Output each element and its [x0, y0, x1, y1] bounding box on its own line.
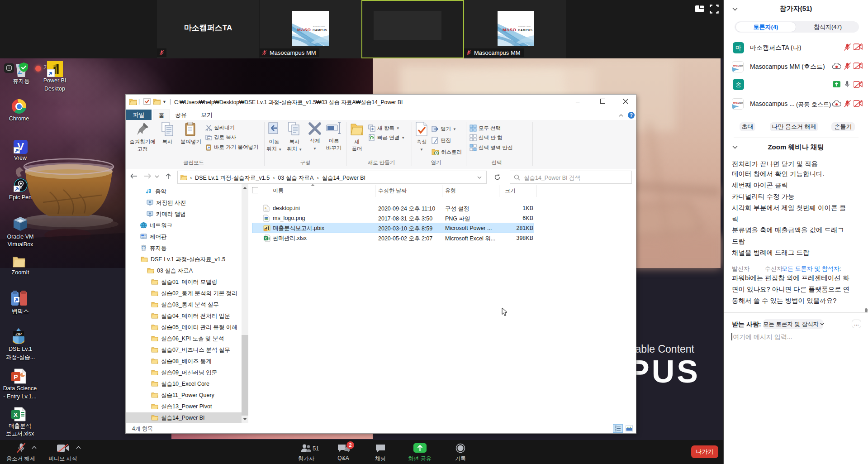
svg-text:P: P: [14, 373, 18, 381]
svg-text:ZIP: ZIP: [15, 332, 22, 336]
svg-text:MASO: MASO: [503, 27, 517, 32]
svg-text:MASO: MASO: [297, 27, 311, 32]
svg-text:Actionable Content: Actionable Content: [518, 26, 531, 28]
svg-text:Actionable Content: Actionable Content: [313, 26, 325, 28]
svg-text:CAMPUS: CAMPUS: [739, 65, 744, 67]
svg-text:X: X: [265, 236, 267, 240]
svg-text:w: w: [208, 137, 210, 140]
svg-text:X: X: [14, 411, 18, 418]
svg-text:CAMPUS: CAMPUS: [739, 102, 744, 104]
svg-text:CAMPUS: CAMPUS: [313, 29, 327, 32]
svg-text:CAMPUS: CAMPUS: [518, 29, 532, 32]
